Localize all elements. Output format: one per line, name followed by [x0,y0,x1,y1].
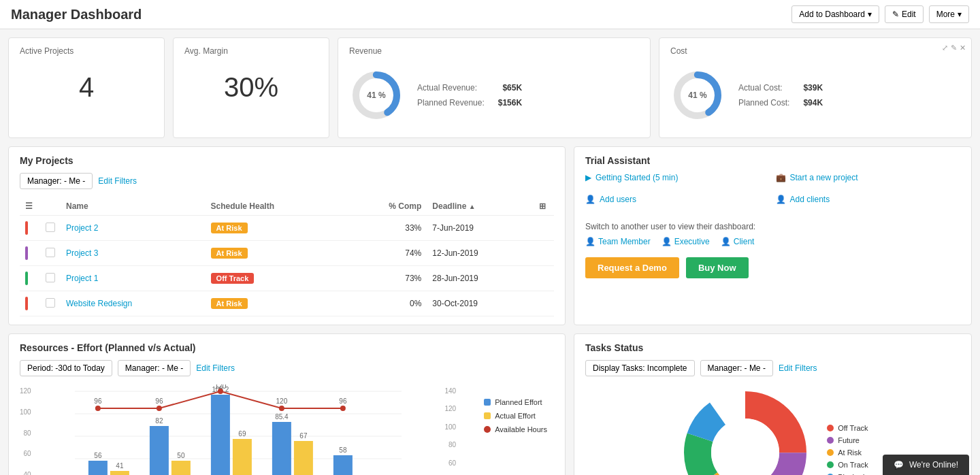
resources-filter-bar: Period: -30d to Today Manager: - Me - Ed… [20,360,554,376]
chat-icon: 💬 [894,460,904,470]
buy-now-button[interactable]: Buy Now [686,257,749,278]
trial-assistant-panel: Trial Assistant ▶ Getting Started (5 min… [574,146,972,325]
project-table: ☰ Name Schedule Health % Comp Deadline ▲… [20,197,554,316]
edit-button[interactable]: ✎ Edit [885,5,924,23]
tasks-donut-svg [677,384,813,475]
col-comp-header[interactable]: % Comp [345,197,427,216]
bar-actual-4 [294,441,313,475]
row-color-indicator [20,216,40,241]
row-name: Project 1 [61,266,206,291]
active-projects-label: Active Projects [20,46,153,56]
line-point-1 [95,406,101,411]
project-link[interactable]: Project 3 [66,248,98,258]
display-tasks-filter-button[interactable]: Display Tasks: Incomplete [585,360,695,376]
client-link[interactable]: 👤 Client [721,237,755,246]
col-check-header [40,197,61,216]
table-row: Project 2 At Risk 33% 7-Jun-2019 [20,216,554,241]
add-to-dashboard-button[interactable]: Add to Dashboard ▾ [791,5,879,23]
tasks-legend: Off Track Future At Risk On Track [827,424,868,475]
more-button[interactable]: More ▾ [929,5,969,23]
col-name-header[interactable]: Name [61,197,206,216]
trial-actions: Request a Demo Buy Now [585,257,960,278]
planned-effort-color [484,399,491,406]
row-color-indicator [20,291,40,316]
revenue-planned-value: $156K [498,98,522,108]
manager-filter-button[interactable]: Manager: - Me - [20,173,93,189]
cost-actual-label: Actual Cost: [738,83,783,93]
right-y-axis: 140 120 100 80 60 40 20 0 [442,384,456,475]
add-users-link[interactable]: 👤 Add users [585,195,770,204]
row-comp: 33% [345,216,427,241]
cost-donut: 41 % [670,68,725,122]
start-project-link[interactable]: 💼 Start a new project [776,173,961,182]
project-link[interactable]: Project 2 [66,223,98,233]
row-checkbox[interactable] [40,291,61,316]
svg-text:56: 56 [94,452,102,459]
chart-area: 120 100 80 60 40 20 0 [20,384,554,475]
sort-arrow-icon: ▲ [469,203,476,210]
project-link[interactable]: Website Redesign [66,299,132,308]
trial-assistant-title: Trial Assistant [585,155,960,166]
bar-planned-4 [272,422,291,475]
resources-edit-filters-link[interactable]: Edit Filters [196,363,235,373]
row-actions [534,266,554,291]
svg-text:96: 96 [155,397,163,405]
line-point-2 [157,406,162,411]
edit-cost-icon[interactable]: ✎ [951,44,957,52]
tasks-manager-filter-button[interactable]: Manager: - Me - [700,360,773,376]
row-checkbox[interactable] [40,216,61,241]
legend-on-track: On Track [827,461,868,469]
tasks-edit-filters-link[interactable]: Edit Filters [779,363,817,373]
period-filter-button[interactable]: Period: -30d to Today [20,360,112,376]
svg-text:69: 69 [238,430,246,438]
resources-panel: Resources - Effort (Planned v/s Actual) … [8,333,566,475]
kpi-row: Active Projects 4 Avg. Margin 30% Revenu… [8,37,972,138]
revenue-label: Revenue [349,46,639,56]
avg-margin-value: 30% [184,61,318,114]
row-actions [534,241,554,266]
line-point-4 [279,406,284,411]
project-link[interactable]: Project 1 [66,274,98,283]
briefcase-icon: 💼 [776,173,786,182]
row-color-indicator [20,266,40,291]
health-badge: At Risk [211,298,248,309]
resources-manager-filter-button[interactable]: Manager: - Me - [118,360,191,376]
request-demo-button[interactable]: Request a Demo [585,257,679,278]
legend-actual: Actual Effort [484,412,547,420]
row-checkbox[interactable] [40,266,61,291]
switch-label: Switch to another user to view their das… [585,222,960,231]
add-clients-link[interactable]: 👤 Add clients [776,195,961,204]
my-projects-title: My Projects [20,155,554,166]
team-member-icon: 👤 [585,237,595,246]
cost-label: Cost [670,46,687,56]
team-member-link[interactable]: 👤 Team Member [585,237,651,246]
resize-icon[interactable]: ⤢ [942,44,948,52]
bar-planned-3 [211,395,230,475]
row-comp: 74% [345,241,427,266]
cost-content: 41 % Actual Cost: $39K Planned Cost: $94… [670,61,960,129]
table-settings-icon[interactable]: ⊞ [539,201,546,211]
row-actions [534,291,554,316]
edit-filters-link[interactable]: Edit Filters [98,176,137,186]
actual-effort-color [484,412,491,419]
legend-planned: Planned Effort [484,398,547,406]
close-cost-icon[interactable]: ✕ [960,44,966,52]
table-row: Project 1 Off Track 73% 28-Jun-2019 [20,266,554,291]
getting-started-link[interactable]: ▶ Getting Started (5 min) [585,173,770,182]
svg-text:58: 58 [339,446,347,454]
active-projects-value: 4 [20,61,153,114]
chat-widget[interactable]: 💬 We're Online! [883,455,969,475]
revenue-actual-value: $65K [502,83,522,93]
dashboard: Active Projects 4 Avg. Margin 30% Revenu… [0,29,980,475]
revenue-content: 41 % Actual Revenue: $65K Planned Revenu… [349,61,639,129]
bar-planned-5 [333,455,353,475]
row-color-indicator [20,241,40,266]
col-deadline-header[interactable]: Deadline ▲ [427,197,534,216]
cost-stats: Actual Cost: $39K Planned Cost: $94K [738,83,823,108]
executive-link[interactable]: 👤 Executive [662,237,710,246]
row-checkbox[interactable] [40,241,61,266]
row-comp: 73% [345,266,427,291]
col-health-header[interactable]: Schedule Health [206,197,345,216]
edit-icon: ✎ [892,10,899,19]
row-comp: 0% [345,291,427,316]
